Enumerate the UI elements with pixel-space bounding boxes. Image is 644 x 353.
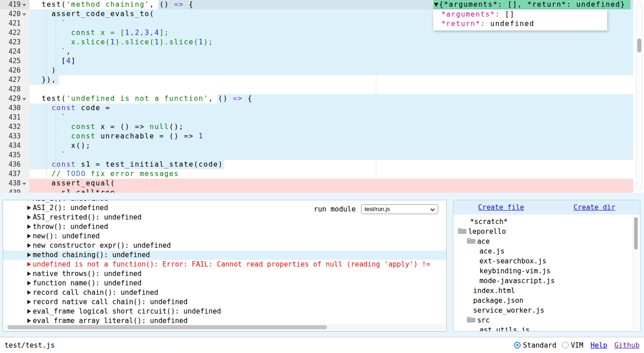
object-property-row[interactable]: *arguments*: []	[436, 10, 607, 19]
fold-widget[interactable]	[21, 9, 30, 19]
object-property-row[interactable]: *return*: undefined	[436, 19, 607, 29]
radio-button-icon[interactable]	[562, 342, 569, 349]
expand-arrow-icon[interactable]	[27, 200, 31, 201]
code-text: test('method chaining', () => {	[30, 0, 194, 9]
github-link[interactable]: Github	[614, 341, 640, 349]
tree-item-file[interactable]: package.json	[453, 296, 632, 306]
results-horizontal-scrollbar[interactable]	[4, 324, 445, 330]
file-tree-scrollbar-thumb[interactable]	[634, 217, 638, 250]
object-preview-header[interactable]: ▼{*arguments*: [], *return*: undefined}	[433, 0, 631, 9]
expand-arrow-icon[interactable]	[27, 300, 31, 304]
expand-arrow-icon[interactable]	[27, 243, 31, 248]
expand-arrow-icon[interactable]	[27, 271, 31, 276]
tree-item-file[interactable]: *scratch*	[453, 217, 632, 227]
run-module-select[interactable]: test/run.js	[361, 204, 438, 214]
tree-item-file[interactable]: ace.js	[453, 246, 632, 256]
gutter-cell: 419	[0, 0, 30, 9]
code-line[interactable]: 427}),	[0, 75, 644, 85]
result-row[interactable]: method chaining(): undefined	[3, 250, 447, 260]
tree-item-folder[interactable]: ace	[453, 237, 632, 246]
keybinding-option-standard[interactable]: Standard	[514, 341, 557, 349]
code-line[interactable]: 425 [4]	[0, 56, 644, 66]
expand-arrow-icon[interactable]	[27, 290, 31, 295]
result-row[interactable]: new(): undefined	[3, 232, 447, 241]
expand-arrow-icon[interactable]	[27, 224, 31, 229]
tree-item-file[interactable]: ast_utils.js	[453, 325, 632, 331]
result-row[interactable]: ASI_1(): undefined	[3, 200, 447, 203]
tree-item-file[interactable]: keybinding-vim.js	[453, 266, 632, 276]
results-scrollbar-thumb[interactable]	[8, 325, 327, 329]
tree-item-folder[interactable]: leporello	[453, 227, 632, 237]
expand-arrow-icon[interactable]	[27, 215, 31, 220]
result-row[interactable]: eval_frame logical short circuit(): unde…	[3, 307, 447, 316]
fold-widget[interactable]	[21, 179, 30, 188]
code-line[interactable]: 428	[0, 85, 644, 94]
result-row[interactable]: record call chain(): undefined	[3, 288, 447, 297]
line-highlight	[30, 151, 633, 160]
expand-arrow-icon[interactable]	[27, 281, 31, 285]
result-row[interactable]: native throws(): undefined	[3, 269, 447, 279]
tree-item-folder[interactable]: src	[453, 315, 632, 325]
result-row[interactable]: function name(): undefined	[3, 279, 447, 288]
code-line[interactable]: 429test('undefined is not a function', (…	[0, 94, 644, 103]
gutter-cell: 439	[0, 188, 30, 193]
code-text: }),	[30, 76, 57, 84]
code-line[interactable]: 431 `	[0, 113, 644, 122]
code-line[interactable]: 423 x.slice(1).slice(1).slice(1);	[0, 38, 644, 47]
expand-arrow-icon[interactable]	[27, 206, 31, 210]
fold-arrow-icon[interactable]	[22, 4, 26, 6]
fold-arrow-icon[interactable]	[22, 183, 26, 185]
run-module-label: run module	[314, 205, 356, 213]
keybinding-option-vim[interactable]: VIM	[562, 341, 583, 349]
result-row[interactable]: throw(): undefined	[3, 222, 447, 232]
expand-arrow-icon[interactable]	[27, 262, 31, 267]
gutter-cell: 433	[0, 132, 30, 141]
tree-item-file[interactable]: mode-javascript.js	[453, 276, 632, 286]
expand-arrow-icon[interactable]	[27, 253, 31, 257]
tree-item-file[interactable]: service_worker.js	[453, 306, 632, 315]
fold-widget[interactable]	[21, 94, 30, 103]
code-line[interactable]: 432 const x = () => null();	[0, 122, 644, 132]
expand-arrow-icon[interactable]	[27, 309, 31, 314]
result-row[interactable]: new constructor expr(): undefined	[3, 241, 447, 250]
result-row[interactable]: record native call chain(): undefined	[3, 297, 447, 307]
fold-widget[interactable]	[21, 0, 30, 9]
code-line[interactable]: 435 `	[0, 151, 644, 160]
code-line[interactable]: 430 const code =	[0, 103, 644, 113]
gutter-cell: 427	[0, 75, 30, 85]
tree-item-file[interactable]: ext-searchbox.js	[453, 256, 632, 266]
code-line[interactable]: 426 )	[0, 66, 644, 75]
file-explorer-header: Create file Create dir	[453, 200, 640, 215]
line-highlight	[30, 141, 633, 151]
code-line[interactable]: 434 x();	[0, 141, 644, 151]
help-link[interactable]: Help	[591, 341, 607, 349]
code-line[interactable]: 424 `,	[0, 47, 644, 56]
editor-vertical-scrollbar[interactable]	[636, 0, 643, 191]
code-line[interactable]: 438 assert_equal(	[0, 179, 644, 188]
code-line[interactable]: 437 // TODO fix error messages	[0, 169, 644, 179]
fold-arrow-icon[interactable]	[22, 13, 26, 16]
result-row[interactable]: ASI_restrited(): undefined	[3, 213, 447, 222]
code-text: const code =	[30, 104, 110, 112]
code-line[interactable]: 439 s1.calltree	[0, 188, 644, 193]
expand-arrow-icon[interactable]	[27, 319, 31, 323]
editor-scrollbar-thumb[interactable]	[637, 39, 641, 52]
expand-arrow-icon[interactable]	[27, 234, 31, 238]
tree-item-label: ext-searchbox.js	[479, 256, 546, 266]
code-line[interactable]: 433 const unreachable = () => 1	[0, 132, 644, 141]
code-line-content: }),	[30, 75, 633, 85]
code-text: s1.calltree	[30, 189, 115, 193]
radio-button-icon[interactable]	[514, 342, 521, 349]
code-line-content	[30, 85, 633, 94]
code-line[interactable]: 436 const s1 = test_initial_state(code)	[0, 160, 644, 169]
radio-label: VIM	[571, 341, 583, 349]
result-label: record call chain(): undefined	[33, 288, 158, 297]
fold-arrow-icon[interactable]	[22, 98, 26, 100]
create-file-link[interactable]: Create file	[478, 203, 524, 211]
create-dir-link[interactable]: Create dir	[574, 203, 615, 211]
keybinding-radio-group: StandardVIM	[514, 341, 583, 349]
code-editor[interactable]: 419test('method chaining', () => {420 as…	[0, 0, 644, 193]
tree-item-file[interactable]: index.html	[453, 286, 632, 296]
result-row[interactable]: undefined is not a function(): Error: FA…	[3, 260, 447, 269]
file-tree-scrollbar[interactable]	[633, 216, 639, 330]
